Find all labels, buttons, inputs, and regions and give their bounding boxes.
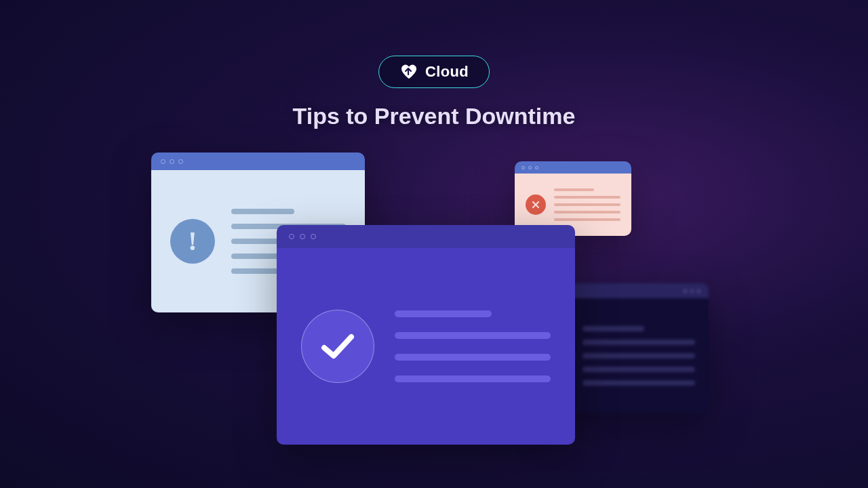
exclamation-glyph: ! [188, 228, 197, 255]
placeholder-line [395, 375, 551, 382]
window-titlebar [515, 161, 631, 174]
placeholder-line [583, 380, 695, 386]
placeholder-line [583, 367, 695, 372]
traffic-light-dot [311, 234, 316, 239]
brand-name: Cloud [425, 63, 469, 81]
exclamation-icon: ! [170, 219, 215, 264]
traffic-light-dot [528, 166, 532, 169]
traffic-light-dot [684, 289, 687, 293]
placeholder-line [554, 203, 620, 206]
placeholder-line [231, 209, 294, 214]
placeholder-line [554, 211, 620, 214]
window-body [277, 248, 575, 445]
illustration-window-success [277, 225, 575, 445]
placeholder-line [583, 353, 695, 359]
placeholder-lines [554, 188, 620, 221]
traffic-light-dot [521, 166, 525, 169]
placeholder-line [554, 188, 594, 191]
placeholder-line [554, 218, 620, 221]
traffic-light-dot [161, 159, 165, 164]
placeholder-line [583, 340, 695, 345]
check-icon [301, 310, 374, 383]
traffic-light-dot [178, 159, 183, 164]
page-title: Tips to Prevent Downtime [293, 103, 576, 129]
placeholder-line [554, 196, 620, 199]
traffic-light-dot [535, 166, 538, 169]
traffic-light-dot [300, 234, 305, 239]
placeholder-line [395, 310, 492, 317]
window-titlebar [151, 152, 365, 170]
placeholder-lines [395, 310, 551, 382]
placeholder-lines [583, 326, 695, 386]
placeholder-line [583, 326, 644, 331]
brand-heart-icon [399, 64, 418, 80]
traffic-light-dot [170, 159, 174, 164]
window-titlebar [277, 225, 575, 248]
traffic-light-dot [690, 289, 694, 293]
placeholder-line [395, 354, 551, 361]
placeholder-line [395, 332, 551, 339]
traffic-light-dot [289, 234, 294, 239]
traffic-light-dot [697, 289, 701, 293]
brand-badge: Cloud [378, 56, 490, 88]
cross-icon [526, 195, 546, 215]
